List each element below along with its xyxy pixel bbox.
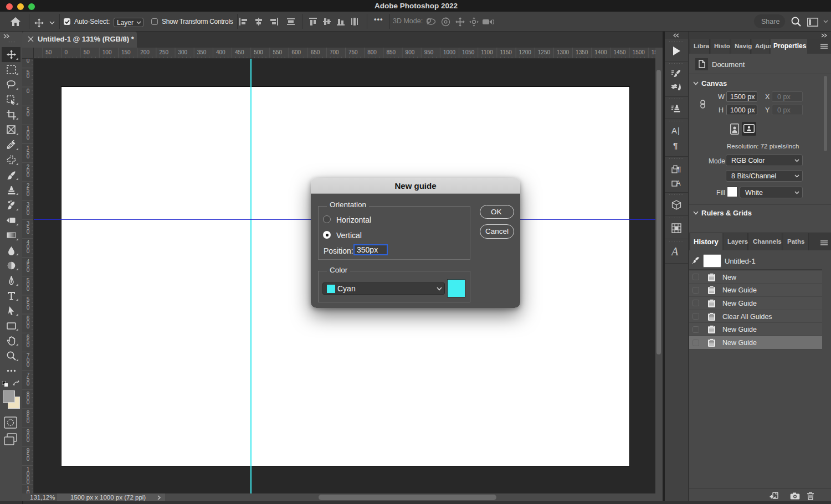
- svg-text:1550: 1550: [652, 49, 655, 55]
- svg-text:950: 950: [424, 49, 434, 55]
- svg-text:0: 0: [27, 399, 30, 405]
- svg-text:0: 0: [27, 362, 30, 368]
- svg-text:0: 0: [27, 135, 30, 141]
- svg-text:1050: 1050: [462, 49, 475, 55]
- svg-text:0: 0: [27, 418, 30, 424]
- svg-text:1500: 1500: [633, 49, 645, 55]
- svg-text:550: 550: [273, 49, 282, 55]
- svg-text:1400: 1400: [594, 49, 607, 55]
- svg-text:0: 0: [27, 111, 30, 117]
- svg-text:0: 0: [27, 323, 30, 330]
- svg-text:0: 0: [27, 73, 30, 79]
- svg-text:1250: 1250: [538, 49, 551, 55]
- svg-text:600: 600: [292, 49, 301, 55]
- svg-text:0: 0: [27, 380, 30, 387]
- svg-text:0: 0: [27, 248, 30, 254]
- svg-text:50: 50: [84, 49, 90, 55]
- svg-text:1000: 1000: [443, 49, 456, 55]
- svg-text:250: 250: [159, 49, 168, 55]
- svg-text:700: 700: [330, 49, 339, 55]
- svg-text:0: 0: [27, 286, 30, 292]
- svg-text:1100: 1100: [481, 49, 493, 55]
- svg-text:0: 0: [27, 88, 30, 94]
- svg-text:1350: 1350: [576, 49, 588, 55]
- svg-text:150: 150: [121, 49, 131, 55]
- svg-text:500: 500: [254, 49, 263, 55]
- svg-text:0: 0: [27, 437, 30, 443]
- svg-text:0: 0: [27, 229, 30, 235]
- svg-text:0: 0: [27, 267, 30, 273]
- svg-text:1200: 1200: [519, 49, 532, 55]
- svg-text:0: 0: [27, 210, 30, 216]
- svg-text:¶: ¶: [677, 165, 681, 173]
- svg-text:0: 0: [27, 191, 30, 197]
- svg-text:0: 0: [27, 490, 30, 493]
- svg-text:650: 650: [311, 49, 320, 55]
- svg-text:1450: 1450: [613, 49, 626, 55]
- svg-text:800: 800: [367, 49, 377, 55]
- svg-text:400: 400: [216, 49, 225, 55]
- svg-text:750: 750: [348, 49, 358, 55]
- svg-text:1150: 1150: [500, 49, 512, 55]
- svg-text:350: 350: [197, 49, 207, 55]
- svg-text:0: 0: [27, 456, 30, 462]
- svg-text:0: 0: [65, 49, 68, 55]
- svg-text:100: 100: [102, 49, 112, 55]
- svg-text:0: 0: [27, 305, 30, 311]
- svg-text:50: 50: [45, 49, 52, 55]
- svg-text:850: 850: [386, 49, 396, 55]
- svg-text:450: 450: [235, 49, 244, 55]
- svg-text:A: A: [676, 179, 681, 187]
- svg-text:0: 0: [27, 153, 30, 160]
- svg-text:0: 0: [27, 59, 30, 64]
- svg-text:200: 200: [140, 49, 150, 55]
- svg-text:1300: 1300: [557, 49, 570, 55]
- svg-text:900: 900: [406, 49, 415, 55]
- svg-text:0: 0: [27, 172, 30, 178]
- svg-text:0: 0: [27, 342, 30, 348]
- svg-text:300: 300: [178, 49, 188, 55]
